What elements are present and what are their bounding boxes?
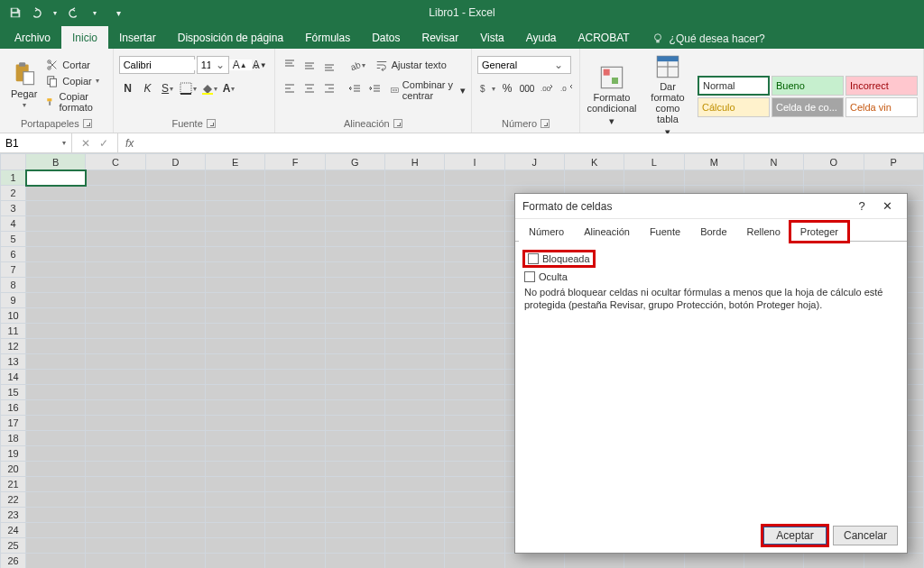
cell[interactable] [445, 308, 504, 324]
paste-button[interactable]: Pegar ▾ [5, 60, 42, 111]
cell[interactable] [86, 538, 145, 554]
cell[interactable] [385, 370, 445, 385]
tab-inicio[interactable]: Inicio [61, 26, 108, 49]
cell[interactable] [206, 354, 265, 370]
cell[interactable] [445, 170, 504, 186]
cell[interactable] [385, 293, 445, 308]
cell[interactable] [445, 416, 504, 431]
dialog-tab-alineacion[interactable]: Alineación [574, 222, 640, 242]
cell[interactable] [325, 554, 384, 569]
row-header[interactable]: 10 [1, 308, 26, 324]
cell[interactable] [325, 462, 384, 477]
cell[interactable] [265, 416, 325, 431]
cell[interactable] [86, 354, 145, 370]
cell[interactable] [26, 201, 86, 216]
cell[interactable] [325, 354, 384, 370]
dialog-tab-relleno[interactable]: Relleno [737, 222, 790, 242]
select-all-corner[interactable] [1, 154, 26, 170]
cell[interactable] [385, 247, 445, 262]
tab-disposicion[interactable]: Disposición de página [167, 26, 294, 49]
cell[interactable] [624, 554, 684, 569]
cell[interactable] [265, 508, 325, 523]
cell[interactable] [86, 431, 145, 446]
cell[interactable] [26, 354, 86, 370]
name-box[interactable]: ▾ [0, 133, 72, 152]
cell[interactable] [385, 308, 445, 324]
cell[interactable] [325, 508, 384, 523]
style-calculo[interactable]: Cálculo [698, 97, 770, 117]
cell[interactable] [26, 216, 86, 232]
col-header[interactable]: I [445, 154, 504, 170]
tab-formulas[interactable]: Fórmulas [294, 26, 361, 49]
cell[interactable] [445, 431, 504, 446]
col-header[interactable]: M [684, 154, 744, 170]
row-header[interactable]: 25 [1, 538, 26, 554]
cell[interactable] [206, 523, 265, 538]
row-header[interactable]: 13 [1, 354, 26, 370]
tab-datos[interactable]: Datos [361, 26, 411, 49]
chevron-down-icon[interactable]: ▾ [62, 139, 66, 147]
oculta-checkbox[interactable]: Oculta [524, 271, 898, 282]
cell[interactable] [145, 554, 205, 569]
cell[interactable] [26, 370, 86, 385]
cell[interactable] [26, 508, 86, 523]
row-header[interactable]: 3 [1, 201, 26, 216]
col-header[interactable]: O [804, 154, 864, 170]
cell[interactable] [26, 523, 86, 538]
cell[interactable] [265, 308, 325, 324]
save-icon[interactable] [7, 5, 23, 21]
col-header[interactable]: J [504, 154, 564, 170]
cell[interactable] [26, 232, 86, 247]
cell[interactable] [206, 216, 265, 232]
col-header[interactable]: P [864, 154, 924, 170]
shrink-font-button[interactable]: A▼ [251, 56, 269, 74]
cell[interactable] [325, 170, 384, 186]
cell[interactable] [445, 492, 504, 508]
cell[interactable] [86, 232, 145, 247]
cancel-button[interactable]: Cancelar [833, 526, 898, 545]
font-launcher-icon[interactable] [207, 119, 216, 128]
cell[interactable] [325, 370, 384, 385]
conditional-format-button[interactable]: Formato condicional ▾ [586, 63, 638, 129]
cell[interactable] [804, 170, 864, 186]
row-header[interactable]: 20 [1, 462, 26, 477]
cell[interactable] [265, 385, 325, 400]
cell[interactable] [265, 354, 325, 370]
cell[interactable] [445, 446, 504, 462]
font-color-button[interactable]: A▾ [220, 79, 238, 97]
col-header[interactable]: C [86, 154, 145, 170]
cell[interactable] [26, 339, 86, 354]
cell[interactable] [325, 339, 384, 354]
cell[interactable] [206, 477, 265, 492]
style-celda-co[interactable]: Celda de co... [772, 97, 844, 117]
cell[interactable] [385, 385, 445, 400]
cell[interactable] [325, 232, 384, 247]
cell[interactable] [504, 554, 564, 569]
row-header[interactable]: 5 [1, 232, 26, 247]
cell[interactable] [265, 400, 325, 416]
style-incorrecto[interactable]: Incorrect [845, 76, 918, 96]
row-header[interactable]: 6 [1, 247, 26, 262]
dialog-tab-borde[interactable]: Borde [690, 222, 736, 242]
cell[interactable] [265, 477, 325, 492]
dialog-close-button[interactable]: ✕ [874, 194, 900, 218]
cell[interactable] [26, 385, 86, 400]
cell[interactable] [385, 262, 445, 278]
cell[interactable] [445, 278, 504, 293]
col-header[interactable]: E [206, 154, 265, 170]
cell[interactable] [86, 446, 145, 462]
cell[interactable] [385, 324, 445, 339]
dialog-tab-numero[interactable]: Número [519, 222, 574, 242]
cell[interactable] [206, 554, 265, 569]
cell[interactable] [145, 186, 205, 201]
row-header[interactable]: 9 [1, 293, 26, 308]
cell[interactable] [385, 278, 445, 293]
fx-icon[interactable]: fx [118, 137, 141, 150]
dialog-tab-proteger[interactable]: Proteger [790, 222, 848, 242]
fill-color-button[interactable]: ▾ [199, 79, 218, 97]
row-header[interactable]: 7 [1, 262, 26, 278]
cell[interactable] [86, 186, 145, 201]
tab-archivo[interactable]: Archivo [4, 26, 61, 49]
cell[interactable] [26, 492, 86, 508]
cell[interactable] [86, 385, 145, 400]
